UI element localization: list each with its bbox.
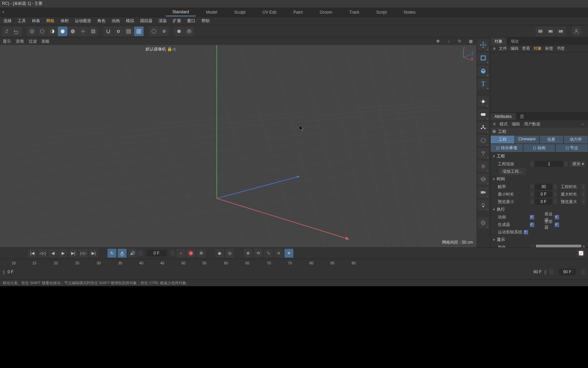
hamburger-icon[interactable]: ≡ — [493, 46, 495, 51]
menu-mesh[interactable]: 网格 — [45, 17, 56, 25]
goto-start-icon[interactable]: |◀ — [28, 249, 37, 258]
autokey-toggle-icon[interactable]: A — [186, 249, 195, 258]
tag-tool-icon[interactable] — [478, 217, 489, 228]
fps-input[interactable]: 30 — [535, 184, 553, 190]
subtab-info[interactable]: 信息 — [539, 135, 564, 144]
expand-timeline-icon[interactable]: 📈 — [576, 249, 585, 258]
tool-magnet-icon[interactable] — [103, 27, 113, 36]
menu-mograph[interactable]: 运动图形 — [74, 17, 93, 25]
layout-tab-paint[interactable]: Paint — [287, 9, 309, 16]
decrement-icon[interactable]: ‹ — [530, 184, 535, 190]
prev-frame-icon[interactable]: ◀ — [48, 249, 57, 258]
subtab-anim[interactable]: ◻ 动画 — [523, 144, 556, 152]
tool-cube-half-icon[interactable] — [48, 27, 57, 36]
decrement-icon[interactable]: ‹ — [530, 199, 535, 205]
display-section-header[interactable]: 显示 — [490, 236, 588, 244]
increment-icon[interactable]: › — [564, 161, 568, 167]
loop-icon[interactable]: ↻ — [108, 249, 116, 258]
color-swatch[interactable] — [536, 245, 581, 247]
eyedropper-icon[interactable]: ✎ — [583, 245, 586, 247]
layout-tab-sculpt[interactable]: Sculpt — [227, 9, 252, 16]
menu-spline[interactable]: 样条 — [31, 17, 42, 25]
next-frame-icon[interactable]: ▶| — [69, 249, 78, 258]
start-frame-input[interactable]: 0 F — [7, 270, 13, 274]
increment-icon[interactable]: › — [553, 184, 557, 190]
menu-simulate[interactable]: 模拟 — [125, 17, 135, 25]
scale-input[interactable]: 1 — [535, 161, 564, 167]
time-section-header[interactable]: 时间 — [490, 175, 588, 183]
timeline-ruler[interactable]: 10 15 20 25 30 35 40 45 50 55 60 65 70 7… — [0, 259, 588, 268]
tool-snap-grid-icon[interactable] — [134, 27, 144, 36]
attr-menu-mode[interactable]: 模式 — [500, 121, 508, 127]
vp-menu-panel[interactable]: 面板 — [42, 39, 50, 44]
current-frame[interactable]: 0 F — [146, 250, 167, 257]
tab-takes[interactable]: 场次 — [507, 37, 523, 45]
decrement-icon[interactable]: ‹ — [581, 184, 586, 190]
key-check-icon[interactable]: ◎ — [225, 249, 234, 258]
render-picture-icon[interactable] — [556, 27, 566, 36]
menu-render[interactable]: 渲染 — [157, 17, 168, 25]
layout-tab-standard[interactable]: Standard — [166, 8, 196, 16]
vp-menu-display[interactable]: 显示 — [3, 39, 11, 44]
tool-grid-icon[interactable] — [124, 27, 133, 36]
tool-cube-icon[interactable] — [37, 27, 47, 36]
field-tool-icon[interactable] — [478, 148, 489, 159]
layout-tab-nodes[interactable]: Nodes — [397, 9, 423, 16]
menu-tools[interactable]: 工具 — [16, 17, 27, 25]
vp-panel-layout-icon[interactable]: ▦ — [468, 38, 474, 44]
text-tool-icon[interactable]: T — [478, 78, 489, 89]
decrement-icon[interactable]: ‹ — [549, 269, 554, 275]
decrement-icon[interactable]: ‹ — [581, 199, 586, 205]
preview-min-input[interactable]: 0 F — [535, 199, 553, 205]
key-sphere-icon[interactable]: ◉ — [215, 249, 224, 258]
subtab-todo[interactable]: ◻ 待办事项 — [490, 144, 523, 152]
camera-tool-icon[interactable] — [478, 187, 489, 198]
obj-menu-object[interactable]: 对象 — [534, 46, 542, 51]
autokey-icon[interactable]: A̲ — [118, 249, 127, 258]
project-section-header[interactable]: 工程 — [490, 152, 588, 160]
end-frame-input[interactable]: 90 F — [559, 269, 576, 275]
motion-checkbox[interactable] — [524, 230, 528, 234]
move-tool-icon[interactable] — [478, 40, 489, 50]
menu-animation[interactable]: 动画 — [110, 17, 121, 25]
render-settings-icon[interactable] — [536, 27, 545, 36]
cube-tool-icon[interactable] — [478, 65, 489, 76]
goto-end-icon[interactable]: ▶| — [89, 249, 98, 258]
tab-objects[interactable]: 对象 — [490, 37, 507, 45]
add-layout-icon[interactable]: + — [2, 10, 4, 15]
key-param-icon[interactable]: ≡ — [274, 249, 283, 258]
tool-hex-icon[interactable]: A — [184, 27, 194, 36]
subtab-dynamics[interactable]: 动力学 — [564, 135, 588, 144]
tool-settings-icon[interactable]: ✿ — [114, 27, 123, 36]
vp-dolly-icon[interactable]: ↓ — [446, 38, 452, 44]
menu-select[interactable]: 选择 — [2, 17, 13, 25]
layout-tab-track[interactable]: Track — [342, 9, 366, 16]
obj-menu-bookmarks[interactable]: 书签 — [557, 46, 565, 51]
tool-cube-wire-icon[interactable] — [27, 27, 37, 36]
tab-attributes[interactable]: Attributes — [490, 113, 516, 120]
light-tool-icon[interactable] — [478, 96, 489, 107]
tool-record-icon[interactable] — [174, 27, 184, 36]
nav-back-icon[interactable]: ← — [581, 122, 585, 126]
attr-menu-userdata[interactable]: 用户数据 — [524, 121, 540, 127]
key-scale-icon[interactable]: ⤡ — [264, 249, 273, 258]
layout-tab-model[interactable]: Model — [199, 9, 224, 16]
frame-next-icon[interactable]: › — [170, 250, 175, 256]
menu-volume[interactable]: 体积 — [59, 17, 70, 25]
subtab-project[interactable]: 工程 — [490, 135, 515, 144]
unit-dropdown[interactable]: 厘米 ▾ — [570, 161, 586, 167]
menu-help[interactable]: 帮助 — [200, 17, 211, 25]
expand-icon[interactable]: › — [530, 244, 535, 247]
layout-tab-groom[interactable]: Groom — [313, 9, 339, 16]
record-icon[interactable]: ● — [176, 249, 185, 258]
viewport-3d[interactable]: 默认摄像机 🔒◁ 网格间距 : 50 cm Y Z X — [0, 45, 476, 247]
decrement-icon[interactable]: ‹ — [581, 191, 586, 197]
symmetry-tool-icon[interactable] — [478, 161, 489, 172]
vp-pan-icon[interactable]: ✥ — [435, 38, 441, 44]
tab-layers[interactable]: 层 — [516, 113, 528, 121]
obj-menu-edit[interactable]: 编辑 — [510, 46, 519, 51]
gen-checkbox[interactable] — [530, 223, 534, 227]
vp-menu-options[interactable]: 选项 — [16, 39, 24, 44]
attr-menu-edit[interactable]: 编辑 — [512, 121, 520, 127]
subdiv-tool-icon[interactable] — [478, 135, 489, 146]
